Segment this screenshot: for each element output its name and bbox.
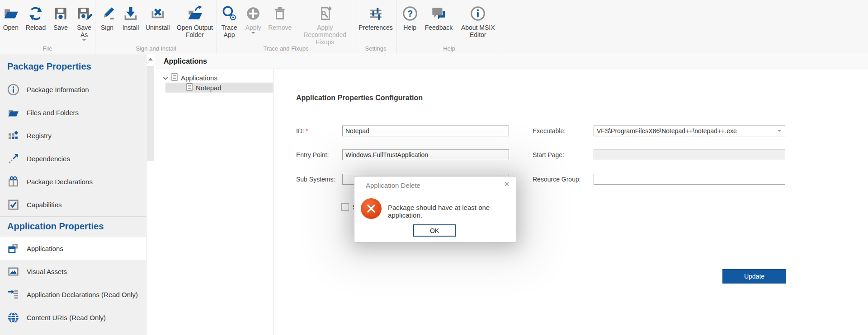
form-heading: Application Properties Configuration	[296, 94, 423, 102]
sidebar-item-applications[interactable]: Applications	[0, 237, 146, 260]
sidebar-section-package-properties: Package Properties	[0, 54, 146, 78]
sidebar-item-content-uris[interactable]: Content URIs (Read Only)	[0, 306, 146, 329]
feedback-bubble-icon	[430, 3, 447, 24]
about-msix-editor-button[interactable]: About MSIX Editor	[456, 2, 500, 38]
sidebar-item-package-information[interactable]: Package Information	[0, 78, 146, 101]
preferences-sliders-icon	[367, 3, 384, 24]
trace-app-button[interactable]: Trace App	[217, 2, 241, 38]
sidebar-section-application-properties: Application Properties	[0, 217, 146, 237]
ribbon-group-file: Open Reload Save Save As	[0, 0, 95, 54]
sidebar-item-label: Applications	[27, 245, 63, 252]
sidebar-scrollbar[interactable]	[146, 54, 155, 335]
ribbon-group-trace-and-fixups: Trace App Apply Remove Apply Recommend	[217, 0, 355, 54]
save-button[interactable]: Save	[49, 2, 72, 31]
dependencies-arrow-icon	[7, 153, 19, 165]
sidebar-navigation: Package Properties Package Information F…	[0, 54, 146, 335]
application-delete-dialog: Application Delete × Package should have…	[354, 176, 516, 242]
scroll-up-arrow-icon[interactable]	[148, 58, 153, 60]
id-input[interactable]	[342, 126, 509, 136]
sidebar-item-files-and-folders[interactable]: Files and Folders	[0, 101, 146, 124]
feedback-button[interactable]: Feedback	[422, 2, 456, 31]
page-title-bar: Applications	[155, 54, 868, 69]
tree-node-label: Applications	[181, 74, 217, 82]
sign-pencil-icon	[99, 3, 116, 24]
open-output-folder-button[interactable]: Open Output Folder	[173, 2, 217, 38]
fixups-icon	[316, 3, 334, 24]
entry-point-input[interactable]	[342, 149, 509, 160]
apply-plus-icon	[245, 3, 262, 24]
sidebar-item-label: Visual Assets	[27, 268, 67, 275]
executable-combobox[interactable]: VFS\ProgramFilesX86\Notepad++\notepad++.…	[594, 126, 785, 136]
preferences-button[interactable]: Preferences	[355, 2, 396, 31]
open-output-folder-icon	[186, 3, 203, 24]
ribbon-group-label-trace-and-fixups: Trace and Fixups	[217, 45, 355, 52]
sidebar-item-application-declarations[interactable]: Application Declarations (Read Only)	[0, 283, 146, 306]
checkbox[interactable]	[341, 203, 349, 211]
ribbon-group-label-sign-and-install: Sign and Install	[95, 45, 217, 52]
app-windows-icon	[7, 242, 19, 255]
save-as-button[interactable]: Save As	[72, 2, 96, 41]
ribbon-group-settings: Preferences Settings	[355, 0, 396, 54]
sidebar-item-label: Package Information	[27, 86, 89, 93]
sidebar-item-label: Registry	[27, 132, 52, 140]
ribbon-group-label-file: File	[0, 45, 95, 52]
document-icon	[171, 73, 178, 82]
ribbon-group-label-help: Help	[396, 45, 502, 52]
save-icon	[52, 3, 69, 24]
apply-recommended-fixups-button[interactable]: Apply Recommended Fixups	[295, 2, 355, 46]
install-button[interactable]: Install	[119, 2, 142, 31]
sidebar-item-label: Content URIs (Read Only)	[27, 314, 106, 321]
sidebar-item-visual-assets[interactable]: Visual Assets	[0, 260, 146, 283]
checkbox-check-icon	[7, 199, 19, 211]
id-label: ID:*	[296, 126, 308, 136]
scrollbar-thumb[interactable]	[147, 66, 154, 161]
page-title: Applications	[164, 57, 207, 65]
sidebar-item-capabilities[interactable]: Capabilities	[0, 193, 146, 216]
reload-button[interactable]: Reload	[23, 2, 49, 31]
chevron-down-icon	[251, 32, 255, 34]
sidebar-item-label: Package Declarations	[27, 178, 93, 186]
registry-icon	[7, 130, 19, 142]
msix-editor-window: Open Reload Save Save As	[0, 0, 868, 335]
help-icon: ?	[401, 3, 419, 24]
dropdown-caret-icon[interactable]	[778, 130, 781, 132]
remove-button[interactable]: Remove	[265, 2, 295, 31]
ribbon-toolbar: Open Reload Save Save As	[0, 0, 868, 54]
ok-button[interactable]: OK	[413, 224, 456, 237]
executable-value: VFS\ProgramFilesX86\Notepad++\notepad++.…	[597, 127, 737, 135]
sign-button[interactable]: Sign	[95, 2, 119, 31]
resource-group-label: Resource Group:	[533, 174, 581, 185]
open-folder-icon	[2, 3, 19, 24]
tree-node-applications[interactable]: Applications	[155, 69, 273, 83]
tree-node-notepad-selected[interactable]: Notepad	[165, 83, 273, 93]
reload-icon	[27, 3, 44, 24]
ribbon-group-label-settings: Settings	[355, 45, 396, 52]
resource-group-input[interactable]	[594, 174, 785, 185]
about-info-icon	[469, 3, 486, 24]
close-icon[interactable]: ×	[504, 179, 509, 188]
folder-icon	[7, 107, 19, 119]
ribbon-empty-area	[502, 0, 868, 54]
sidebar-item-dependencies[interactable]: Dependencies	[0, 147, 146, 170]
apply-button[interactable]: Apply	[241, 2, 265, 34]
required-asterisk: *	[306, 127, 308, 135]
sidebar-item-registry[interactable]: Registry	[0, 124, 146, 147]
uninstall-button[interactable]: Uninstall	[142, 2, 173, 31]
globe-icon	[7, 312, 19, 324]
uninstall-icon	[149, 3, 166, 24]
ribbon-group-help: ? Help Feedback About MSIX Editor Help	[396, 0, 502, 54]
update-button[interactable]: Update	[722, 269, 786, 284]
dialog-message: Package should have at least one applica…	[388, 204, 516, 219]
trace-app-icon	[221, 3, 238, 24]
help-button[interactable]: ? Help	[398, 2, 422, 31]
document-icon	[186, 83, 193, 92]
sidebar-item-package-declarations[interactable]: Package Declarations	[0, 170, 146, 193]
remove-trash-icon	[271, 3, 288, 24]
executable-label: Executable:	[533, 126, 566, 136]
chevron-down-icon[interactable]	[163, 74, 168, 82]
info-icon	[7, 84, 19, 96]
entry-point-label: Entry Point:	[296, 149, 329, 160]
applications-tree: Applications Notepad	[155, 69, 274, 335]
gift-icon	[7, 176, 19, 188]
open-button[interactable]: Open	[0, 2, 23, 31]
